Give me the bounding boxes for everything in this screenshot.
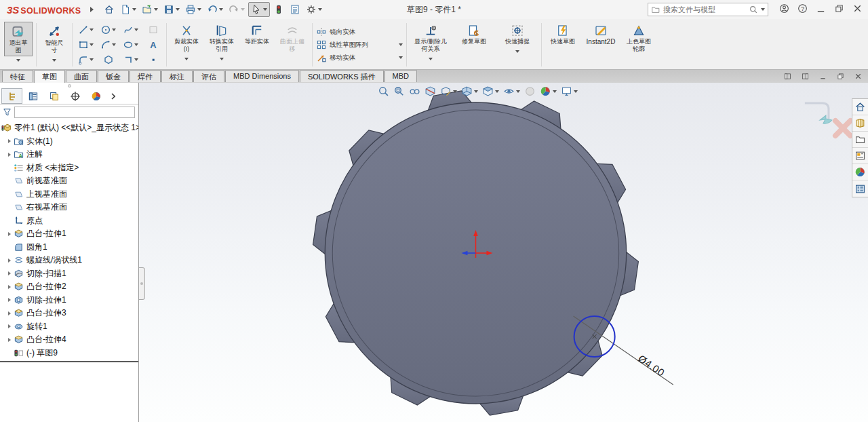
slot-tool[interactable]: [119, 52, 142, 67]
tree-root-part1[interactable]: 零件1 (默认) <<默认>_显示状态 1>: [0, 121, 138, 135]
featuremanager-tab[interactable]: [1, 88, 22, 104]
dropdown-caret-icon[interactable]: [429, 58, 433, 60]
dropdown-caret-icon[interactable]: [134, 28, 138, 31]
tab-sketch[interactable]: 草图: [34, 70, 65, 83]
tab-mbd[interactable]: MBD: [384, 70, 417, 82]
close-button[interactable]: [852, 3, 863, 16]
dropdown-caret-icon[interactable]: [453, 90, 457, 93]
mirror-entities-button[interactable]: 镜向实体: [316, 26, 403, 37]
dropdown-caret-icon[interactable]: [184, 58, 189, 60]
rapid-sketch-button[interactable]: 快速草图: [544, 20, 582, 69]
graphics-viewport[interactable]: Ø4.00: [139, 83, 868, 422]
expand-arrow-icon[interactable]: [5, 311, 14, 315]
tab-evaluate[interactable]: 评估: [193, 70, 224, 82]
help-button[interactable]: ?: [797, 3, 808, 16]
expand-arrow-icon[interactable]: [5, 258, 14, 263]
select-button[interactable]: [248, 2, 270, 17]
rollback-bar[interactable]: [0, 361, 138, 362]
tree-item-solid-bodies[interactable]: 实体(1): [0, 135, 138, 149]
doc-pane-left-button[interactable]: [783, 71, 792, 83]
search-box[interactable]: [648, 3, 768, 16]
expand-arrow-icon[interactable]: [5, 338, 14, 342]
dropdown-caret-icon[interactable]: [132, 8, 136, 11]
displaymanager-tab[interactable]: [85, 88, 106, 104]
appearances-button[interactable]: [852, 164, 868, 180]
file-properties-button[interactable]: [288, 3, 302, 16]
polygon-tool[interactable]: [97, 52, 119, 67]
tab-weldments[interactable]: 焊件: [130, 70, 161, 82]
tab-surfaces[interactable]: 曲面: [66, 70, 97, 82]
dropdown-caret-icon[interactable]: [474, 90, 478, 93]
dropdown-caret-icon[interactable]: [134, 58, 138, 61]
expand-arrow-icon[interactable]: [5, 232, 14, 236]
tree-item-boss-extrude4[interactable]: 凸台-拉伸4: [0, 333, 138, 347]
dropdown-caret-icon[interactable]: [263, 8, 267, 11]
exit-sketch-corner-icon[interactable]: [820, 115, 832, 123]
move-entities-button[interactable]: 移动实体: [316, 52, 403, 63]
dimension-text[interactable]: Ø4.00: [636, 352, 667, 379]
sketch-fillet-tool[interactable]: [75, 52, 97, 67]
dropdown-caret-icon[interactable]: [154, 8, 158, 11]
linear-sketch-pattern-button[interactable]: 线性草图阵列: [316, 39, 403, 50]
dropdown-caret-icon[interactable]: [112, 28, 116, 31]
shaded-sketch-contours-button[interactable]: 上色草图轮廓: [620, 20, 658, 69]
search-options-caret-icon[interactable]: [761, 8, 765, 11]
dropdown-caret-icon[interactable]: [241, 8, 245, 11]
dropdown-caret-icon[interactable]: [134, 43, 138, 46]
account-button[interactable]: [779, 3, 789, 16]
tree-item-right-plane[interactable]: 右视基准面: [0, 201, 138, 214]
tree-item-origin[interactable]: 原点: [0, 214, 138, 228]
home-button[interactable]: [102, 3, 117, 16]
tree-item-boss-extrude1[interactable]: 凸台-拉伸1: [0, 227, 138, 241]
confirmation-corner[interactable]: [805, 103, 850, 136]
expand-arrow-icon[interactable]: [5, 298, 14, 302]
design-library-button[interactable]: [852, 115, 868, 132]
print-button[interactable]: [183, 3, 203, 16]
expand-arrow-icon[interactable]: [5, 324, 14, 328]
doc-pane-right-button[interactable]: [801, 71, 810, 83]
file-explorer-button[interactable]: [852, 132, 868, 148]
convert-entities-button[interactable]: 转换实体引用: [204, 20, 239, 69]
rebuild-button[interactable]: [271, 3, 286, 16]
rectangle-tool[interactable]: [75, 37, 97, 52]
cancel-sketch-icon[interactable]: [835, 121, 850, 136]
tree-item-boss-extrude2[interactable]: 凸台-拉伸2: [0, 280, 138, 294]
tree-item-cut-sweep1[interactable]: 切除-扫描1: [0, 267, 138, 281]
expand-arrow-icon[interactable]: [5, 271, 14, 275]
view-settings-button[interactable]: [561, 85, 578, 97]
dropdown-caret-icon[interactable]: [176, 8, 180, 11]
view-palette-button[interactable]: [852, 148, 868, 164]
dropdown-caret-icon[interactable]: [515, 50, 519, 53]
tree-item-cut-extrude1[interactable]: 切除-拉伸1: [0, 294, 138, 307]
restore-button[interactable]: [834, 3, 844, 16]
view-orientation-button[interactable]: [461, 85, 478, 97]
search-input[interactable]: [663, 5, 746, 14]
options-button[interactable]: [304, 3, 324, 16]
search-icon[interactable]: [749, 5, 758, 14]
expand-arrow-icon[interactable]: [5, 285, 14, 289]
dropdown-caret-icon[interactable]: [495, 90, 499, 93]
dropdown-caret-icon[interactable]: [90, 58, 94, 61]
search-scope-icon[interactable]: [651, 5, 660, 14]
circle-tool[interactable]: [97, 22, 119, 37]
spline-tool[interactable]: [119, 22, 142, 37]
redo-button[interactable]: [226, 3, 247, 16]
tree-item-material[interactable]: 材质 <未指定>: [0, 161, 138, 175]
exit-sketch-button[interactable]: 退出草图: [3, 20, 34, 69]
line-tool[interactable]: [75, 22, 97, 37]
expand-pane-tab[interactable]: [106, 88, 120, 104]
dropdown-caret-icon[interactable]: [219, 8, 223, 11]
text-tool[interactable]: A: [142, 37, 164, 52]
tree-item-front-plane[interactable]: 前视基准面: [0, 174, 138, 188]
dropdown-caret-icon[interactable]: [220, 58, 224, 60]
undo-button[interactable]: [205, 3, 225, 16]
dropdown-caret-icon[interactable]: [553, 90, 557, 93]
tab-features[interactable]: 特征: [2, 70, 33, 82]
dropdown-caret-icon[interactable]: [197, 8, 201, 11]
point-tool[interactable]: [142, 52, 164, 67]
exit-sketch-caret-icon[interactable]: [16, 59, 20, 62]
dropdown-caret-icon[interactable]: [399, 56, 403, 59]
tab-sheet-metal[interactable]: 钣金: [98, 70, 129, 82]
tab-annotation[interactable]: 标注: [161, 70, 193, 82]
display-style-button[interactable]: [482, 85, 499, 97]
